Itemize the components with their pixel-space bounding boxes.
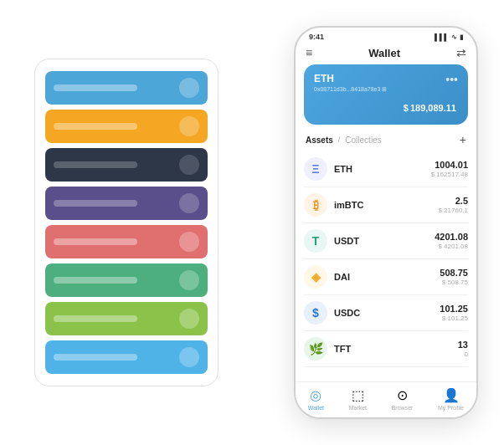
asset-name-1: imBTC: [334, 200, 363, 210]
assets-header: Assets / Collecties +: [296, 131, 476, 151]
balance-amount: 189,089.11: [410, 103, 456, 113]
asset-name-2: USDT: [334, 236, 359, 246]
eth-card[interactable]: ETH 0x08711d3b...8418a78e3 ⊞ ••• $189,08…: [304, 64, 468, 125]
menu-icon[interactable]: ≡: [306, 46, 312, 59]
asset-left-5: 🌿 TFT: [304, 337, 351, 361]
tab-separator: /: [338, 136, 341, 144]
nav-market[interactable]: ⬚ Market: [349, 387, 367, 411]
profile-nav-label: My Profile: [438, 405, 464, 411]
card-purple[interactable]: [45, 187, 208, 220]
card-green[interactable]: [45, 263, 208, 297]
wallet-nav-icon: ◎: [310, 387, 321, 403]
bottom-nav: ◎ Wallet ⬚ Market ⊙ Browser 👤 My Profile: [296, 381, 476, 417]
card-orange[interactable]: [45, 110, 208, 143]
asset-icon-4: $: [304, 301, 327, 325]
time-display: 9:41: [309, 33, 324, 41]
nav-wallet[interactable]: ◎ Wallet: [308, 387, 324, 411]
asset-left-4: $ USDC: [304, 301, 360, 325]
card-sky[interactable]: [45, 340, 208, 374]
eth-address: 0x08711d3b...8418a78e3 ⊞: [314, 86, 387, 93]
asset-row[interactable]: ◈ DAI 508.75 $ 508.75: [304, 259, 468, 295]
asset-icon-5: 🌿: [304, 337, 327, 361]
browser-nav-label: Browser: [392, 405, 414, 411]
asset-amount-4: 101.25: [440, 304, 468, 314]
asset-usd-1: $ 21760.1: [438, 207, 468, 214]
wallet-nav-label: Wallet: [308, 405, 324, 411]
scene: 9:41 ▌▌▌ ∿ ▮ ≡ Wallet ⇄ ETH 0x08711d3b..…: [18, 13, 486, 432]
nav-profile[interactable]: 👤 My Profile: [438, 387, 464, 411]
asset-icon-3: ◈: [304, 265, 327, 289]
eth-balance: $189,089.11: [314, 96, 458, 115]
card-blue[interactable]: [45, 71, 208, 105]
eth-label: ETH: [314, 73, 387, 84]
asset-amount-2: 4201.08: [435, 232, 468, 242]
asset-left-1: ₿ imBTC: [304, 193, 363, 217]
market-nav-icon: ⬚: [352, 387, 364, 403]
asset-right-2: 4201.08 $ 4201.08: [435, 232, 468, 250]
asset-left-2: T USDT: [304, 229, 359, 253]
card-red[interactable]: [45, 225, 208, 258]
asset-usd-0: $ 162517.48: [431, 171, 469, 178]
asset-row[interactable]: ₿ imBTC 2.5 $ 21760.1: [304, 187, 468, 223]
asset-name-4: USDC: [334, 308, 360, 318]
phone-header: ≡ Wallet ⇄: [296, 43, 476, 64]
asset-right-1: 2.5 $ 21760.1: [438, 196, 468, 214]
page-title: Wallet: [368, 47, 400, 59]
assets-tabs: Assets / Collecties: [306, 136, 382, 145]
market-nav-label: Market: [349, 405, 367, 411]
asset-row[interactable]: 🌿 TFT 13 0: [304, 331, 468, 367]
asset-usd-5: 0: [458, 350, 468, 358]
asset-right-4: 101.25 $ 101.25: [440, 304, 468, 322]
card-lime[interactable]: [45, 302, 208, 335]
asset-icon-1: ₿: [304, 193, 327, 217]
nav-browser[interactable]: ⊙ Browser: [392, 387, 414, 411]
asset-icon-0: Ξ: [304, 157, 327, 181]
asset-name-5: TFT: [334, 344, 351, 354]
asset-amount-5: 13: [458, 340, 468, 350]
card-dark[interactable]: [45, 148, 208, 182]
currency-symbol: $: [404, 103, 409, 113]
asset-amount-1: 2.5: [438, 196, 468, 206]
asset-list: Ξ ETH 1004.01 $ 162517.48 ₿ imBTC 2.5 $ …: [296, 151, 476, 381]
scan-icon[interactable]: ⇄: [456, 46, 466, 59]
tab-collecties[interactable]: Collecties: [345, 136, 381, 145]
asset-right-5: 13 0: [458, 340, 468, 358]
asset-left-0: Ξ ETH: [304, 157, 352, 181]
asset-right-0: 1004.01 $ 162517.48: [431, 160, 469, 178]
profile-nav-icon: 👤: [443, 387, 460, 403]
asset-usd-4: $ 101.25: [440, 315, 468, 322]
tab-assets[interactable]: Assets: [306, 136, 333, 145]
eth-card-top: ETH 0x08711d3b...8418a78e3 ⊞ •••: [314, 73, 458, 93]
battery-icon: ▮: [460, 33, 463, 41]
status-bar: 9:41 ▌▌▌ ∿ ▮: [296, 28, 476, 43]
asset-row[interactable]: Ξ ETH 1004.01 $ 162517.48: [304, 151, 468, 187]
asset-left-3: ◈ DAI: [304, 265, 350, 289]
asset-amount-3: 508.75: [440, 268, 468, 278]
asset-row[interactable]: T USDT 4201.08 $ 4201.08: [304, 223, 468, 259]
status-icons: ▌▌▌ ∿ ▮: [435, 33, 463, 41]
asset-amount-0: 1004.01: [431, 160, 469, 170]
asset-right-3: 508.75 $ 508.75: [440, 268, 468, 286]
wifi-icon: ∿: [451, 33, 457, 41]
phone: 9:41 ▌▌▌ ∿ ▮ ≡ Wallet ⇄ ETH 0x08711d3b..…: [294, 26, 478, 419]
asset-icon-2: T: [304, 229, 327, 253]
eth-more-icon[interactable]: •••: [445, 73, 458, 86]
asset-name-3: DAI: [334, 272, 350, 282]
add-asset-button[interactable]: +: [460, 133, 466, 146]
asset-usd-2: $ 4201.08: [435, 243, 468, 250]
asset-row[interactable]: $ USDC 101.25 $ 101.25: [304, 295, 468, 331]
signal-icon: ▌▌▌: [435, 33, 449, 41]
eth-card-info: ETH 0x08711d3b...8418a78e3 ⊞: [314, 73, 387, 93]
card-stack: [34, 59, 219, 386]
asset-name-0: ETH: [334, 164, 352, 174]
asset-usd-3: $ 508.75: [440, 279, 468, 286]
browser-nav-icon: ⊙: [397, 387, 408, 403]
